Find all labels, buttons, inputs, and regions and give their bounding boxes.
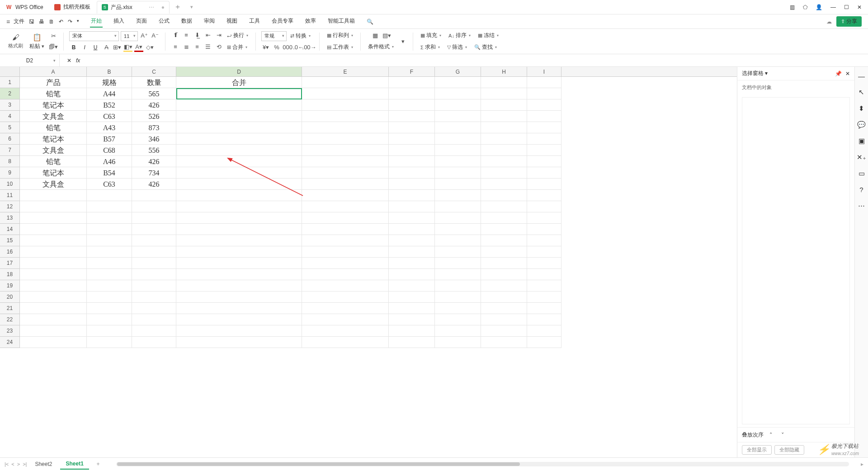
cell[interactable]: 文具盒 bbox=[20, 179, 87, 190]
order-down-icon[interactable]: ˅ bbox=[778, 430, 787, 439]
cell[interactable] bbox=[481, 99, 527, 111]
cell[interactable] bbox=[20, 190, 87, 201]
cell[interactable] bbox=[481, 314, 527, 325]
menu-tab-9[interactable]: 效率 bbox=[304, 15, 317, 28]
tab-menu-button[interactable]: ▾ bbox=[186, 4, 198, 10]
convert-button[interactable]: ⇄ 转换 bbox=[288, 31, 312, 41]
image-icon[interactable]: ▣ bbox=[859, 137, 865, 145]
bold-icon[interactable]: B bbox=[69, 43, 78, 52]
cell[interactable] bbox=[132, 190, 176, 201]
print-preview-icon[interactable]: 🗎 bbox=[49, 19, 54, 25]
fx-label[interactable]: fx bbox=[76, 57, 80, 64]
select-icon[interactable]: ↖ bbox=[859, 88, 864, 96]
scroll-right-icon[interactable]: ▸ bbox=[861, 461, 863, 467]
column-header[interactable]: I bbox=[527, 67, 561, 76]
cell[interactable] bbox=[435, 88, 481, 99]
font-color-icon[interactable]: A▾ bbox=[134, 43, 143, 52]
spreadsheet[interactable]: ABCDEFGHI 1产品规格数量合并2铅笔A445653笔记本B524264文… bbox=[0, 67, 737, 457]
underline-icon[interactable]: U bbox=[91, 43, 100, 52]
cell[interactable] bbox=[481, 235, 527, 246]
cell[interactable]: A46 bbox=[87, 156, 132, 167]
row-header[interactable]: 20 bbox=[0, 291, 20, 303]
row-header[interactable]: 23 bbox=[0, 325, 20, 337]
cell[interactable] bbox=[87, 212, 132, 224]
cell[interactable] bbox=[132, 269, 176, 280]
cell[interactable] bbox=[389, 167, 435, 179]
cell[interactable] bbox=[302, 235, 389, 246]
panel-icon[interactable]: ▥ bbox=[790, 4, 795, 10]
cell[interactable] bbox=[435, 246, 481, 258]
cell[interactable]: 笔记本 bbox=[20, 167, 87, 179]
device-icon[interactable]: ▭ bbox=[859, 169, 865, 178]
cell[interactable] bbox=[176, 133, 302, 145]
collapse-rail-icon[interactable]: — bbox=[858, 72, 865, 80]
cond-format-button[interactable]: 条件格式 bbox=[366, 42, 396, 52]
tab-document[interactable]: S产品.xlsx⋯● bbox=[97, 1, 170, 14]
cell[interactable] bbox=[176, 88, 302, 99]
cell[interactable] bbox=[302, 246, 389, 258]
cell[interactable] bbox=[302, 224, 389, 235]
search-icon[interactable]: 🔍 bbox=[367, 19, 373, 25]
cell[interactable] bbox=[302, 258, 389, 269]
cell[interactable] bbox=[527, 246, 561, 258]
order-up-icon[interactable]: ˄ bbox=[766, 430, 775, 439]
border-icon[interactable]: ⊞▾ bbox=[113, 43, 122, 52]
horizontal-scrollbar[interactable] bbox=[116, 462, 849, 466]
cell[interactable] bbox=[20, 235, 87, 246]
cell[interactable] bbox=[302, 325, 389, 337]
column-header[interactable]: C bbox=[132, 67, 176, 76]
menu-tab-1[interactable]: 插入 bbox=[113, 15, 125, 28]
cell[interactable]: 文具盒 bbox=[20, 111, 87, 122]
cell[interactable] bbox=[435, 145, 481, 156]
cell[interactable] bbox=[87, 303, 132, 314]
cell[interactable] bbox=[20, 291, 87, 303]
cell[interactable] bbox=[481, 111, 527, 122]
cell[interactable] bbox=[389, 314, 435, 325]
cell[interactable] bbox=[132, 314, 176, 325]
cell[interactable] bbox=[20, 337, 87, 348]
indent-right-icon[interactable]: ⇥ bbox=[214, 31, 223, 40]
cell[interactable] bbox=[527, 99, 561, 111]
cell[interactable] bbox=[389, 291, 435, 303]
cell[interactable] bbox=[20, 258, 87, 269]
row-header[interactable]: 16 bbox=[0, 246, 20, 258]
cell[interactable] bbox=[302, 314, 389, 325]
row-header[interactable]: 4 bbox=[0, 111, 20, 122]
cell[interactable] bbox=[435, 235, 481, 246]
cell[interactable] bbox=[435, 291, 481, 303]
menu-tab-7[interactable]: 工具 bbox=[248, 15, 261, 28]
cell[interactable] bbox=[87, 325, 132, 337]
sheet-first-icon[interactable]: |< bbox=[5, 461, 9, 467]
number-format-combo[interactable]: 常规 bbox=[261, 31, 287, 41]
cell[interactable] bbox=[176, 111, 302, 122]
column-header[interactable]: E bbox=[302, 67, 389, 76]
hide-all-button[interactable]: 全部隐藏 bbox=[774, 445, 804, 455]
clear-format-icon[interactable]: ◇▾ bbox=[145, 43, 154, 52]
cell[interactable] bbox=[87, 280, 132, 291]
cloud-icon[interactable]: ☁ bbox=[826, 19, 832, 25]
show-all-button[interactable]: 全部显示 bbox=[742, 445, 772, 455]
increase-font-icon[interactable]: A⁺ bbox=[140, 31, 149, 40]
merge-button[interactable]: ⊞ 合并 bbox=[225, 42, 249, 52]
cell[interactable] bbox=[481, 145, 527, 156]
cell[interactable] bbox=[389, 258, 435, 269]
row-header[interactable]: 2 bbox=[0, 88, 20, 99]
app-menu-icon[interactable]: ≡ bbox=[6, 18, 10, 25]
cell[interactable] bbox=[481, 190, 527, 201]
cell[interactable] bbox=[527, 145, 561, 156]
cell[interactable] bbox=[435, 303, 481, 314]
strikethrough-icon[interactable]: A̶ bbox=[102, 43, 111, 52]
align-top-icon[interactable]: ⬆̄ bbox=[171, 31, 180, 40]
cell[interactable]: 数量 bbox=[132, 77, 176, 88]
close-icon[interactable]: ✕ bbox=[857, 4, 862, 10]
cell[interactable] bbox=[176, 190, 302, 201]
cell[interactable] bbox=[87, 246, 132, 258]
cancel-formula-icon[interactable]: ✕ bbox=[67, 57, 71, 64]
file-menu[interactable]: 文件 bbox=[14, 18, 24, 25]
cell[interactable] bbox=[435, 337, 481, 348]
cell[interactable] bbox=[176, 325, 302, 337]
tab-close-icon[interactable]: ● bbox=[161, 4, 165, 10]
sheet-tab[interactable]: Sheet1 bbox=[60, 459, 89, 470]
cell[interactable] bbox=[176, 314, 302, 325]
cell[interactable] bbox=[132, 280, 176, 291]
